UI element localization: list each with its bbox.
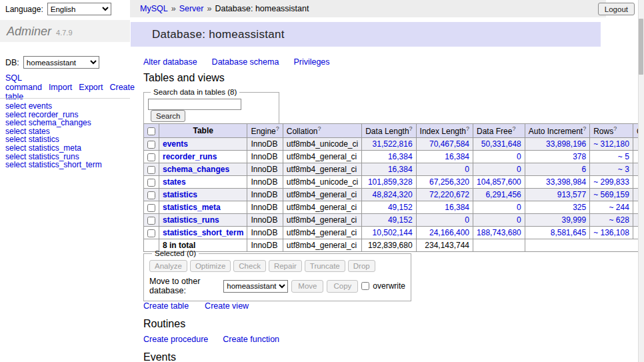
column-help-link[interactable]: ? [276,125,279,132]
create-links: Create tableCreate view [143,301,265,311]
rows-link[interactable]: ~ 244 [609,203,629,212]
table-name-link[interactable]: events [163,139,188,149]
sidebar-action-link[interactable]: SQL command [5,73,42,92]
row-checkbox[interactable] [147,217,155,225]
row-checkbox[interactable] [147,141,155,149]
routine-link[interactable]: Create procedure [143,335,208,344]
data-length-link[interactable]: 16,384 [388,152,413,161]
selected-action-button[interactable]: Truncate [305,260,345,272]
vertical-scrollbar[interactable] [638,0,644,362]
data-free-link[interactable]: 188,743,680 [477,228,521,237]
selected-action-button[interactable]: Check [233,260,266,272]
language-select[interactable]: English [47,3,111,15]
column-help-link[interactable]: ? [409,125,413,132]
table-name-link[interactable]: recorder_runs [163,152,217,161]
table-name-link[interactable]: statistics_meta [163,203,221,212]
create-link[interactable]: Create table [143,301,189,311]
total-data-free [473,239,525,252]
rows-link[interactable]: ~ 312,180 [593,139,629,149]
index-length-link[interactable]: 0 [465,165,469,174]
copy-button[interactable]: Copy [327,280,358,293]
index-length-link[interactable]: 24,166,400 [429,228,469,237]
rows-link[interactable]: ~ 628 [609,215,629,225]
index-length-link[interactable]: 72,220,672 [429,190,469,199]
row-checkbox[interactable] [147,153,155,161]
rows-link[interactable]: ~ 136,108 [593,228,629,237]
data-free-link[interactable]: 0 [517,203,521,212]
sidebar-table-link[interactable]: select statistics_short_term [5,161,102,169]
database-action-link[interactable]: Privileges [293,57,329,67]
create-link[interactable]: Create view [205,301,249,311]
data-length-link[interactable]: 101,859,328 [368,177,413,187]
data-length-link[interactable]: 49,152 [388,215,413,225]
rows-link[interactable]: ~ 569,159 [593,190,629,199]
column-header-auto-increment: Auto Increment? [525,124,589,138]
index-length-link[interactable]: 0 [465,215,469,225]
index-length-link[interactable]: 67,256,320 [429,177,469,187]
total-index-length: 234,143,744 [416,239,473,252]
table-name-link[interactable]: statistics_short_term [163,228,243,237]
rows-link[interactable]: ~ 5 [618,152,629,161]
column-help-link[interactable]: ? [466,125,469,132]
table-name-link[interactable]: schema_changes [163,165,229,174]
table-name-link[interactable]: statistics [163,190,197,199]
selected-action-button[interactable]: Repair [269,260,302,272]
data-length-link[interactable]: 10,502,144 [373,228,413,237]
auto-increment-link[interactable]: 378 [573,152,586,161]
sidebar-table-link[interactable]: select events [5,102,102,111]
database-action-link[interactable]: Alter database [143,57,197,67]
select-all-checkbox[interactable] [147,127,155,135]
sidebar-table-link[interactable]: select statistics_meta [5,144,102,153]
auto-increment-link[interactable]: 39,999 [561,215,586,225]
index-length-link[interactable]: 16,384 [445,203,469,212]
selected-action-button[interactable]: Analyze [149,260,187,272]
data-free-link[interactable]: 50,331,648 [481,139,521,149]
routines-heading: Routines [143,318,185,330]
auto-increment-link[interactable]: 33,398,984 [546,177,586,187]
column-help-link[interactable]: ? [317,125,321,132]
column-help-link[interactable]: ? [583,125,586,132]
data-free-link[interactable]: 0 [517,215,521,225]
sidebar-table-link[interactable]: select schema_changes [5,119,102,127]
auto-increment-link[interactable]: 6 [581,165,586,174]
table-name-link[interactable]: states [163,177,186,187]
index-length-link[interactable]: 70,467,584 [429,139,469,149]
sidebar-action-link[interactable]: Import [49,83,72,92]
db-select[interactable]: homeassistant [23,56,99,69]
data-length-link[interactable]: 48,824,320 [373,190,413,199]
row-checkbox[interactable] [147,166,155,174]
database-action-link[interactable]: Database schema [212,57,279,67]
table-name-link[interactable]: statistics_runs [163,215,219,225]
overwrite-checkbox[interactable] [361,282,369,290]
selected-action-button[interactable]: Drop [348,260,375,272]
row-checkbox[interactable] [147,179,155,187]
auto-increment-link[interactable]: 913,577 [557,190,586,199]
index-length-link[interactable]: 16,384 [445,152,469,161]
column-help-link[interactable]: ? [613,125,617,132]
sidebar-action-link[interactable]: Export [79,83,103,92]
row-checkbox[interactable] [147,204,155,212]
rows-link[interactable]: ~ 299,833 [593,177,629,187]
search-input[interactable] [148,99,241,110]
selected-action-button[interactable]: Optimize [190,260,231,272]
data-length-link[interactable]: 16,384 [388,165,413,174]
routine-link[interactable]: Create function [223,335,279,344]
data-free-link[interactable]: 6,291,456 [485,190,521,199]
rows-link[interactable]: ~ 3 [618,165,629,174]
move-db-select[interactable]: homeassistant [223,280,288,293]
row-checkbox[interactable] [147,191,155,199]
data-free-link[interactable]: 0 [517,152,521,161]
auto-increment-link[interactable]: 33,898,196 [546,139,586,149]
data-length-link[interactable]: 31,522,816 [373,139,413,149]
scrollbar-thumb[interactable] [639,19,643,75]
column-help-link[interactable]: ? [512,125,515,132]
app-version: 4.7.9 [56,29,72,37]
data-length-link[interactable]: 49,152 [388,203,413,212]
auto-increment-link[interactable]: 8,581,645 [551,228,586,237]
data-free-link[interactable]: 104,857,600 [477,177,521,187]
data-free-link[interactable]: 0 [517,165,521,174]
search-button[interactable]: Search [151,110,185,122]
auto-increment-link[interactable]: 325 [573,203,586,212]
move-button[interactable]: Move [291,280,323,293]
row-checkbox[interactable] [147,229,155,237]
